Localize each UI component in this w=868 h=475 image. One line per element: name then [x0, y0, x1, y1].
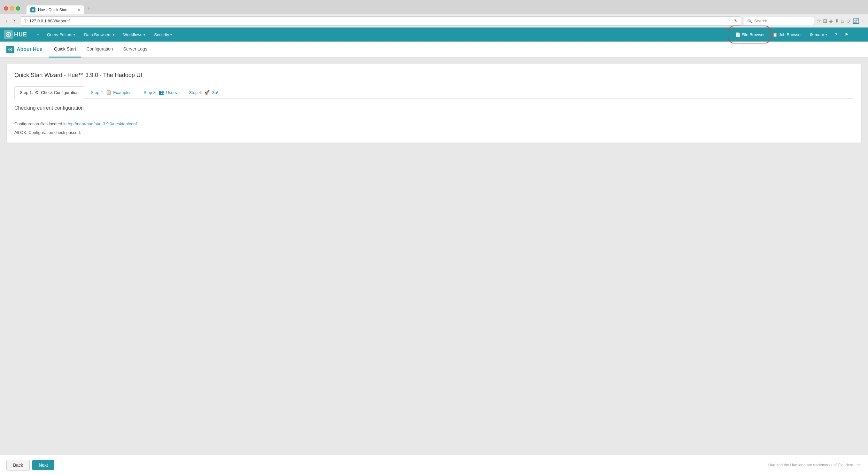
search-placeholder: Search — [754, 19, 767, 23]
about-hue-logo: About Hue — [6, 46, 42, 53]
active-tab[interactable]: H Hue - Quick Start × — [27, 5, 84, 14]
step-3-tab[interactable]: Step 3: 👥 Users — [138, 86, 182, 98]
svg-point-1 — [7, 34, 9, 35]
tab-title: Hue - Quick Start — [38, 8, 67, 12]
tab-close-button[interactable]: × — [78, 7, 80, 12]
close-button[interactable] — [4, 6, 8, 10]
sign-out-icon: → — [856, 32, 860, 37]
url-field[interactable]: ⓘ 127.0.0.1:8888/about/ ↻ — [20, 16, 741, 26]
step-1-icon: ⚙ — [35, 90, 39, 95]
toolbar-icons: ☆ ⊞ ◈ ⬇ ⌂ ☺ 🔄 ≡ — [816, 18, 864, 24]
sign-out-button[interactable]: → — [852, 28, 864, 41]
step-2-prefix: Step 2: — [91, 90, 104, 95]
config-path-prefix: Configuration files located in — [14, 121, 66, 126]
about-hue-title: About Hue — [17, 47, 42, 53]
nav-home-button[interactable]: ⌂ — [34, 28, 42, 41]
about-hue-icon — [6, 46, 14, 53]
nav-security[interactable]: Security ▾ — [150, 28, 177, 41]
sync-icon[interactable]: 🔄 — [853, 18, 859, 24]
bookmark-icon[interactable]: ☆ — [816, 18, 821, 24]
config-status: All OK. Configuration check passed. — [14, 130, 854, 135]
help-icon: ? — [835, 32, 837, 37]
config-path-link[interactable]: /opt/mapr/hue/hue-3.9.0/desktop/conf — [68, 121, 137, 126]
tab-quick-start-label: Quick Start — [54, 46, 76, 52]
nav-data-browsers[interactable]: Data Browsers ▾ — [80, 28, 119, 41]
browser-chrome: H Hue - Quick Start × + ‹ › ⓘ 127.0.0.1:… — [0, 0, 868, 28]
pocket-icon[interactable]: ◈ — [829, 18, 833, 24]
tab-server-logs-label: Server Logs — [123, 46, 147, 52]
tab-favicon: H — [30, 7, 35, 12]
security-chevron: ▾ — [170, 33, 172, 36]
nav-query-editors-label: Query Editors — [47, 32, 72, 37]
new-tab-button[interactable]: + — [84, 4, 94, 14]
mapr-button[interactable]: ⚙ mapr ▾ — [806, 28, 831, 41]
flag-icon: ⚑ — [845, 32, 848, 37]
reload-button[interactable]: ↻ — [734, 19, 738, 23]
file-browser-icon: 📄 — [735, 32, 741, 37]
step-4-icon: 🚀 — [204, 90, 210, 95]
wizard-card: Quick Start Wizard - Hue™ 3.9.0 - The Ha… — [6, 64, 862, 143]
address-bar: ‹ › ⓘ 127.0.0.1:8888/about/ ↻ 🔍 Search ☆… — [0, 14, 868, 28]
tab-configuration[interactable]: Configuration — [81, 41, 118, 58]
hue-logo: HUE — [4, 30, 27, 39]
hue-logo-text: HUE — [14, 31, 27, 38]
step-3-prefix: Step 3: — [144, 90, 157, 95]
wizard-steps: Step 1: ⚙ Check Configuration Step 2: 📋 … — [14, 86, 854, 99]
flag-button[interactable]: ⚑ — [841, 28, 852, 41]
help-button[interactable]: ? — [831, 28, 841, 41]
nav-right: 📄 File Browser 📋 Job Browser ⚙ mapr ▾ ? … — [732, 28, 864, 41]
hue-logo-icon — [4, 30, 13, 39]
page-tabs: Quick Start Configuration Server Logs — [49, 41, 152, 58]
home-icon[interactable]: ⌂ — [841, 18, 844, 24]
nav-workflows[interactable]: Workflows ▾ — [119, 28, 150, 41]
step-4-prefix: Step 4: — [189, 90, 202, 95]
nav-security-label: Security — [154, 32, 169, 37]
file-browser-label: File Browser — [742, 32, 765, 37]
tab-quick-start[interactable]: Quick Start — [49, 41, 81, 58]
step-2-tab[interactable]: Step 2: 📋 Examples — [85, 86, 137, 98]
maximize-button[interactable] — [16, 6, 20, 10]
svg-point-3 — [9, 49, 11, 50]
tab-server-logs[interactable]: Server Logs — [118, 41, 152, 58]
title-bar: H Hue - Quick Start × + — [0, 0, 868, 14]
mapr-icon: ⚙ — [809, 32, 813, 37]
job-browser-button[interactable]: 📋 Job Browser — [769, 28, 806, 41]
file-browser-button[interactable]: 📄 File Browser — [732, 28, 769, 41]
tab-configuration-label: Configuration — [86, 46, 113, 52]
step-3-label: Users — [166, 90, 177, 95]
mapr-label: mapr — [815, 32, 824, 37]
search-icon: 🔍 — [747, 19, 752, 23]
step-1-tab[interactable]: Step 1: ⚙ Check Configuration — [14, 86, 84, 99]
config-divider — [14, 116, 854, 116]
page-header: About Hue Quick Start Configuration Serv… — [0, 41, 868, 58]
nav-workflows-label: Workflows — [123, 32, 143, 37]
download-icon[interactable]: ⬇ — [835, 18, 839, 24]
traffic-lights — [4, 6, 20, 10]
config-section-title: Checking current configuration — [14, 105, 854, 111]
step-4-tab[interactable]: Step 4: 🚀 Go! — [183, 86, 223, 98]
search-field[interactable]: 🔍 Search — [744, 17, 814, 25]
minimize-button[interactable] — [10, 6, 14, 10]
step-2-icon: 📋 — [106, 90, 111, 95]
info-icon: ⓘ — [24, 18, 28, 24]
app-navigation: HUE ⌂ Query Editors ▾ Data Browsers ▾ Wo… — [0, 28, 868, 41]
config-content: Checking current configuration Configura… — [14, 105, 854, 135]
browser-tabs: H Hue - Quick Start × + — [23, 4, 98, 14]
step-1-label: Check Configuration — [41, 90, 79, 95]
step-1-prefix: Step 1: — [20, 90, 33, 95]
step-2-label: Examples — [113, 90, 131, 95]
step-4-label: Go! — [212, 90, 218, 95]
job-browser-icon: 📋 — [772, 32, 778, 37]
config-path-line: Configuration files located in /opt/mapr… — [14, 121, 854, 126]
reader-icon[interactable]: ⊞ — [823, 18, 827, 24]
back-nav-button[interactable]: ‹ — [4, 18, 9, 25]
step-3-icon: 👥 — [158, 90, 164, 95]
url-text: 127.0.0.1:8888/about/ — [29, 19, 732, 23]
menu-icon[interactable]: ≡ — [861, 18, 864, 24]
emoji-icon[interactable]: ☺ — [846, 18, 851, 24]
forward-nav-button[interactable]: › — [12, 18, 17, 25]
main-content: Quick Start Wizard - Hue™ 3.9.0 - The Ha… — [0, 58, 868, 149]
nav-query-editors[interactable]: Query Editors ▾ — [42, 28, 80, 41]
job-browser-label: Job Browser — [779, 32, 802, 37]
nav-data-browsers-label: Data Browsers — [84, 32, 111, 37]
